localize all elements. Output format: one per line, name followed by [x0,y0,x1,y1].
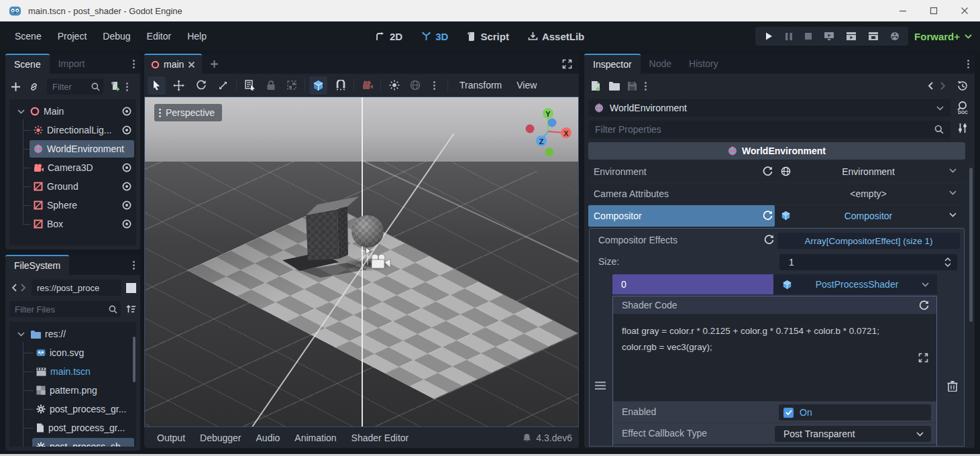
scene-dock-menu-dots[interactable] [127,54,140,74]
list-select-tool[interactable] [241,76,259,95]
visibility-eye-icon[interactable] [121,200,132,211]
viewport-3d[interactable]: Perspective Y X Z [144,97,579,427]
property-camera-attributes[interactable]: Camera Attributes <empty> [588,183,965,205]
movie-maker-button[interactable] [868,32,879,41]
bottom-tab-debugger[interactable]: Debugger [193,433,249,443]
bell-icon[interactable] [523,433,531,443]
shader-code-editor[interactable]: float gray = color.r * 0.2125 + color.g … [613,314,936,401]
revert-icon[interactable] [763,234,775,245]
scene-node-camera3d[interactable]: Camera3D [9,158,136,177]
fs-back-button[interactable] [9,284,19,292]
tab-import[interactable]: Import [50,54,94,74]
play-scene-button[interactable] [824,32,834,41]
bottom-tab-output[interactable]: Output [150,433,193,443]
size-field[interactable]: 1 [779,254,957,270]
close-button[interactable] [949,0,980,21]
filter-properties-box[interactable] [588,121,950,138]
visibility-eye-icon[interactable] [121,162,132,173]
stop-button[interactable] [804,32,812,40]
tab-scene[interactable]: Scene [5,54,50,74]
snap-toggle[interactable] [331,76,349,95]
revert-icon[interactable] [762,210,773,221]
menu-project[interactable]: Project [50,31,95,42]
scene-node-box[interactable]: Box [9,215,136,233]
version-label[interactable]: 4.3.dev6 [536,433,572,443]
close-icon[interactable] [188,61,195,68]
fs-sort-button[interactable] [126,304,136,314]
category-worldenvironment[interactable]: WorldEnvironment [588,142,965,160]
move-tool[interactable] [170,76,188,95]
open-docs-button[interactable]: DOC [957,101,969,115]
axis-gizmo[interactable]: Y X Z [510,103,578,170]
fs-scrollbar[interactable] [133,337,135,382]
fs-item-pattern-png[interactable]: pattern.png [9,381,136,400]
fs-forward-button[interactable] [19,284,28,292]
preview-environment-toggle[interactable] [406,76,424,95]
effect-callback-dropdown[interactable]: Post Transparent [775,426,931,442]
load-resource-button[interactable] [608,81,620,91]
scene-node-directionallight[interactable]: DirectionalLig... [9,121,136,139]
fs-path-field[interactable]: res://post_proce [32,280,121,296]
chevron-down-icon[interactable] [17,109,25,114]
history-back-button[interactable] [928,82,933,90]
camera-preview-toggle[interactable] [358,76,376,95]
bottom-tab-shader-editor[interactable]: Shader Editor [344,433,417,443]
tab-filesystem[interactable]: FileSystem [5,255,69,275]
add-node-button[interactable] [11,82,21,92]
shader-code-header[interactable]: Shader Code [613,296,936,314]
workspace-3d-button[interactable]: 3D [421,31,448,42]
workspace-script-button[interactable]: Script [467,31,509,42]
menu-editor[interactable]: Editor [139,31,180,42]
expand-editor-icon[interactable] [918,353,928,363]
fs-item-res-root[interactable]: res:// [9,325,136,343]
camera3d-gizmo[interactable] [357,242,396,274]
visibility-eye-icon[interactable] [121,181,132,192]
inspector-dock-menu-dots[interactable] [962,54,975,74]
scene-node-worldenvironment[interactable]: WorldEnvironment [9,139,136,158]
array-element-0-header[interactable]: 0 PostProcessShader [612,274,937,294]
chevron-down-icon[interactable] [17,332,25,337]
save-resource-button[interactable] [627,81,637,91]
visibility-eye-icon[interactable] [121,106,132,117]
bottom-tab-audio[interactable]: Audio [249,433,288,443]
element-drag-handle[interactable] [595,382,606,390]
new-scene-tab-button[interactable] [202,54,227,74]
history-forward-button[interactable] [940,82,946,90]
fs-item-post-process-file[interactable]: post_process_gr... [9,418,136,437]
select-tool[interactable] [148,76,166,95]
minimize-button[interactable] [887,0,918,21]
element-delete-button[interactable] [947,380,958,392]
property-compositor[interactable]: Compositor Compositor [588,205,965,228]
chevron-down-icon[interactable] [949,168,957,173]
property-environment[interactable]: Environment Environment [588,161,965,183]
play-button[interactable] [764,32,773,41]
filter-properties-input[interactable] [588,121,950,137]
scene-tree-menu-dots[interactable] [126,82,128,91]
resource-options-dots[interactable] [645,82,647,91]
renderer-selector[interactable]: Forward+ [914,21,972,51]
tab-node[interactable]: Node [641,54,680,74]
preview-options-dots[interactable] [425,76,443,95]
film-reel-icon[interactable] [890,32,900,41]
property-compositor-effects[interactable]: Compositor Effects Array[CompositorEffec… [590,230,964,250]
chevron-down-icon[interactable] [949,190,957,195]
chevron-down-icon[interactable] [922,282,929,287]
scene-node-sphere[interactable]: Sphere [9,196,136,215]
attach-script-button[interactable] [110,81,121,92]
menu-debug[interactable]: Debug [95,31,138,42]
fs-item-post-process-gradient[interactable]: post_process_gr... [9,400,136,418]
fs-display-mode-button[interactable] [126,283,136,293]
distraction-free-button[interactable] [557,54,579,74]
menu-scene[interactable]: Scene [7,31,50,42]
play-custom-scene-button[interactable] [846,32,857,41]
fs-item-post-process-shader[interactable]: post_process_sh... [9,437,136,447]
visibility-eye-icon[interactable] [121,219,132,229]
enabled-checkbox[interactable] [783,408,794,418]
new-resource-button[interactable] [591,80,601,92]
revert-icon[interactable] [762,166,773,177]
view-menu[interactable]: View [509,80,544,91]
perspective-menu[interactable]: Perspective [154,104,222,121]
tab-history[interactable]: History [680,54,727,74]
revert-icon[interactable] [918,300,930,311]
tab-inspector[interactable]: Inspector [584,54,641,74]
